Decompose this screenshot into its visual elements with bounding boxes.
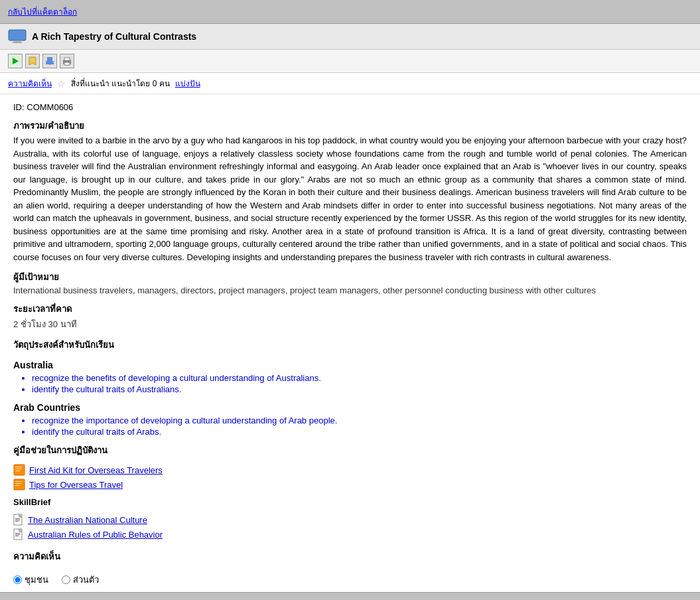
download-button[interactable]	[42, 54, 57, 68]
print-button[interactable]	[60, 54, 74, 68]
radio-private[interactable]	[62, 575, 70, 584]
svg-marker-3	[13, 58, 19, 64]
svg-rect-11	[15, 469, 22, 469]
favorites-link[interactable]: ความคิดเห็น	[8, 77, 52, 90]
svg-rect-12	[15, 471, 20, 471]
doc-icon-1	[13, 514, 24, 526]
comments-section: ชุมชน ส่วนตัว ยกเลิก สร้าง	[13, 573, 687, 592]
job-aids-section: First Aid Kit for Overseas Travelers Tip…	[13, 464, 687, 490]
svg-rect-0	[9, 30, 26, 40]
svg-rect-9	[14, 465, 25, 475]
play-button[interactable]	[8, 54, 23, 68]
book-icon-1	[13, 464, 25, 476]
australia-objectives: recognize the benefits of developing a c…	[32, 373, 687, 394]
book-icon-2	[13, 479, 25, 490]
radio-community[interactable]	[13, 575, 22, 584]
description-text: If you were invited to a barbie in the a…	[13, 134, 687, 263]
job-aids-label: คู่มือช่วยในการปฏิบัติงาน	[13, 443, 687, 457]
svg-rect-7	[64, 58, 70, 60]
comment-visibility: ชุมชน ส่วนตัว	[13, 573, 687, 587]
comments-label: ความคิดเห็น	[13, 550, 687, 563]
svg-rect-16	[15, 485, 20, 486]
objectives-label: วัตถุประสงค์สำหรับนักเรียน	[13, 338, 687, 352]
svg-rect-14	[15, 481, 22, 482]
bookmark-button[interactable]	[25, 54, 40, 68]
course-id-line: ID: COMM0606	[13, 102, 687, 112]
objective-arab-1: recognize the importance of developing a…	[32, 415, 687, 425]
svg-rect-21	[15, 521, 19, 522]
objective-aus-2: identify the cultural traits of Australi…	[32, 384, 687, 394]
radio-private-option[interactable]: ส่วนตัว	[62, 573, 99, 587]
radio-community-label: ชุมชน	[25, 573, 48, 587]
svg-rect-1	[14, 40, 21, 42]
monitor-icon	[8, 29, 27, 44]
svg-rect-15	[15, 483, 22, 484]
favorites-bar: ความคิดเห็น ☆ สิ่งที่แนะนำ แนะนำโดย 0 คน…	[0, 73, 700, 94]
arab-heading: Arab Countries	[13, 402, 687, 413]
svg-rect-24	[15, 533, 20, 534]
duration-value: 2 ชั่วโมง 30 นาที	[13, 317, 687, 331]
skillbrief-item-2: Australian Rules of Public Behavior	[13, 528, 687, 540]
duration-label: ระยะเวลาที่คาด	[13, 302, 687, 316]
top-bar: กลับไปที่แค็ตตาล็อก	[0, 0, 700, 24]
svg-rect-19	[15, 518, 20, 519]
australia-heading: Australia	[13, 360, 687, 370]
id-label: ID:	[13, 102, 25, 112]
job-aid-item-1: First Aid Kit for Overseas Travelers	[13, 464, 687, 476]
arab-objectives: recognize the importance of developing a…	[32, 415, 687, 437]
skillbrief-section: The Australian National Culture Australi…	[13, 514, 687, 540]
svg-rect-25	[15, 534, 20, 535]
svg-rect-10	[15, 467, 22, 467]
course-header: A Rich Tapestry of Cultural Contrasts	[0, 24, 700, 50]
star-icon: ☆	[57, 78, 66, 89]
description-label: ภาพรวม/คำอธิบาย	[13, 119, 687, 133]
radio-private-label: ส่วนตัว	[73, 573, 99, 587]
svg-rect-2	[13, 42, 22, 43]
footer-bar: POWERED BY skillsoft	[0, 592, 700, 600]
radio-community-option[interactable]: ชุมชน	[13, 573, 48, 587]
audience-value: International business travelers, manage…	[13, 285, 687, 295]
skillbrief-label: SkillBrief	[13, 497, 687, 507]
job-aid-link-2[interactable]: Tips for Overseas Travel	[29, 480, 123, 490]
course-id: COMM0606	[27, 102, 73, 112]
svg-rect-13	[14, 479, 25, 490]
job-aid-link-1[interactable]: First Aid Kit for Overseas Travelers	[29, 465, 163, 475]
objective-arab-2: identify the cultural traits of Arabs.	[32, 427, 687, 437]
course-title: A Rich Tapestry of Cultural Contrasts	[32, 31, 196, 42]
svg-rect-26	[15, 536, 19, 536]
svg-rect-8	[64, 62, 70, 65]
toolbar-row	[0, 50, 700, 73]
content-area: ID: COMM0606 ภาพรวม/คำอธิบาย If you were…	[0, 94, 700, 592]
skillbrief-link-1[interactable]: The Australian National Culture	[28, 515, 147, 525]
skillbrief-item-1: The Australian National Culture	[13, 514, 687, 526]
doc-icon-2	[13, 528, 24, 540]
objective-aus-1: recognize the benefits of developing a c…	[32, 373, 687, 383]
audience-label: ผู้มีเป้าหมาย	[13, 270, 687, 284]
share-link[interactable]: แบ่งปัน	[175, 77, 200, 90]
recommend-text: สิ่งที่แนะนำ แนะนำโดย 0 คน	[71, 77, 170, 90]
job-aid-item-2: Tips for Overseas Travel	[13, 479, 687, 490]
main-container: A Rich Tapestry of Cultural Contrasts	[0, 24, 700, 592]
svg-rect-20	[15, 520, 20, 520]
back-to-catalog-link[interactable]: กลับไปที่แค็ตตาล็อก	[8, 7, 77, 17]
skillbrief-link-2[interactable]: Australian Rules of Public Behavior	[28, 530, 163, 540]
